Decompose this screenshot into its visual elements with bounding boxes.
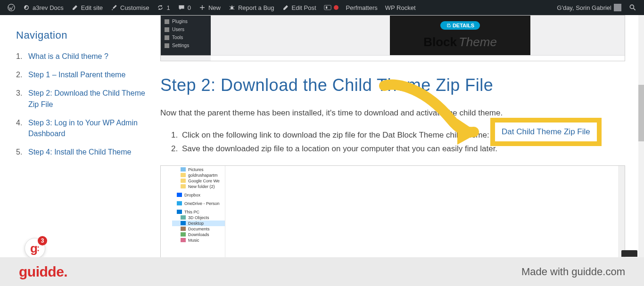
- new[interactable]: New: [195, 0, 224, 15]
- mock-menu-users: Users: [161, 25, 211, 33]
- mus-icon: [181, 238, 186, 242]
- fe-item: New folder (2): [172, 184, 225, 189]
- nav-item: Step 1 – Install Parent theme: [16, 69, 146, 80]
- footer: guidde. Made with guidde.com: [0, 257, 644, 286]
- fe-item: Desktop: [172, 221, 225, 226]
- updates[interactable]: 1: [153, 0, 173, 15]
- pc-icon: [177, 210, 182, 214]
- folder-icon: [181, 173, 186, 177]
- step-heading: Step 2: Download the Child Theme Zip Fil…: [160, 75, 625, 95]
- nav-item: Step 2: Download the Child Theme Zip Fil…: [16, 88, 146, 109]
- wp-rocket[interactable]: WP Rocket: [381, 0, 420, 15]
- wordpress-icon: [8, 4, 15, 11]
- nav-link-2[interactable]: Step 1 – Install Parent theme: [28, 69, 125, 80]
- comment-icon: [178, 4, 185, 11]
- fe-item: This PC: [172, 209, 225, 215]
- tools-icon: [165, 35, 169, 40]
- fe-item-label: 3D Objects: [188, 215, 209, 220]
- site-name[interactable]: a3rev Docs: [19, 0, 67, 15]
- zip-link-highlighted[interactable]: Dat Child Theme Zip File: [502, 127, 590, 136]
- mock-menu-plugins: Plugins: [161, 17, 211, 25]
- obj-icon: [181, 215, 186, 220]
- edit-post[interactable]: Edit Post: [278, 0, 320, 15]
- nav-item: What is a Child theme ?: [16, 51, 146, 62]
- site-name-label: a3rev Docs: [33, 4, 64, 11]
- highlight-box: Dat Child Theme Zip File: [490, 118, 602, 146]
- doc-sidebar: Navigation What is a Child theme ? Step …: [0, 15, 160, 257]
- fe-main-area: [225, 166, 621, 257]
- fe-item: Google Core We: [172, 178, 225, 184]
- edit-icon: [282, 4, 289, 11]
- scroll-to-top[interactable]: [621, 250, 637, 257]
- fe-item-label: This PC: [184, 210, 199, 214]
- fe-item: 3D Objects: [172, 215, 225, 221]
- nav-link-4[interactable]: Step 3: Log in to Your WP Admin Dashboar…: [28, 117, 146, 139]
- plus-icon: [198, 4, 206, 11]
- fe-item-label: New folder (2): [188, 184, 215, 189]
- edit-site-label: Edit site: [81, 4, 103, 11]
- customise[interactable]: Customise: [107, 0, 153, 15]
- pencil-icon: [71, 4, 79, 11]
- dl-icon: [181, 232, 186, 237]
- user-greeting[interactable]: G'day, Sorin Gabriel: [553, 0, 625, 15]
- fe-item-label: Music: [188, 238, 199, 243]
- mock-details-button: DETAILS: [440, 21, 480, 30]
- guidde-widget[interactable]: g: 3: [25, 238, 45, 259]
- mock-wp-sidebar: Plugins Users Tools Settings: [161, 16, 211, 55]
- search-icon: [629, 4, 636, 11]
- record-icon: [334, 5, 339, 10]
- perfmatters[interactable]: Perfmatters: [342, 0, 381, 15]
- fe-item: Dropbox: [172, 192, 225, 198]
- fe-item-label: Downloads: [188, 232, 209, 237]
- nav-link-1[interactable]: What is a Child theme ?: [28, 51, 108, 62]
- updates-count: 1: [166, 4, 170, 11]
- wp-logo[interactable]: [4, 0, 19, 15]
- unknown-toggle[interactable]: [320, 0, 342, 15]
- edit-site[interactable]: Edit site: [67, 0, 107, 15]
- fe-left-gutter: [161, 166, 172, 257]
- edit-post-label: Edit Post: [292, 4, 316, 11]
- folder-icon: [181, 179, 186, 183]
- search[interactable]: [625, 0, 640, 15]
- report-bug[interactable]: Report a Bug: [224, 0, 278, 15]
- fe-item: Documents: [172, 226, 225, 232]
- fe-sidebar: PicturesgoldrushapartmGoogle Core WeNew …: [172, 166, 225, 257]
- screenshot-file-explorer: PicturesgoldrushapartmGoogle Core WeNew …: [160, 165, 625, 257]
- fe-item: Pictures: [172, 167, 225, 172]
- avatar: [614, 4, 621, 11]
- refresh-icon: [157, 4, 164, 11]
- folder-icon: [181, 184, 186, 188]
- fe-item-label: Dropbox: [184, 193, 200, 197]
- mock-scrollbar-2: [161, 55, 211, 61]
- brush-icon: [110, 4, 118, 11]
- nav-link-3[interactable]: Step 2: Download the Child Theme Zip Fil…: [28, 88, 146, 109]
- made-with-text: Made with guidde.com: [521, 266, 625, 278]
- svg-point-3: [630, 5, 634, 8]
- page-body: Navigation What is a Child theme ? Step …: [0, 15, 644, 257]
- plugin-icon: [165, 19, 169, 24]
- screenshot-wp-admin: Plugins Users Tools Settings DETAILS Blo…: [160, 15, 625, 61]
- svg-point-1: [231, 6, 233, 9]
- fe-item-label: Pictures: [188, 167, 204, 172]
- mock-theme-logo: BlockTheme: [423, 35, 497, 49]
- toggle-icon: [324, 4, 331, 11]
- mock-menu-settings: Settings: [161, 41, 211, 49]
- nav-list: What is a Child theme ? Step 1 – Install…: [16, 51, 146, 157]
- nav-item: Step 3: Log in to Your WP Admin Dashboar…: [16, 117, 146, 139]
- mock-theme-card: DETAILS BlockTheme: [390, 16, 530, 55]
- new-label: New: [208, 4, 221, 11]
- users-icon: [165, 27, 169, 32]
- nav-item: Step 4: Install the Child Theme: [16, 147, 146, 157]
- desk-icon: [181, 221, 186, 225]
- fe-item-label: Documents: [188, 227, 210, 231]
- fe-item: goldrushapartm: [172, 172, 225, 178]
- nav-link-5[interactable]: Step 4: Install the Child Theme: [28, 147, 132, 157]
- comments-count: 0: [188, 4, 191, 11]
- pic-icon: [181, 167, 186, 172]
- guidde-logo: guidde.: [19, 264, 67, 280]
- od-icon: [177, 201, 182, 205]
- comments[interactable]: 0: [174, 0, 195, 15]
- bug-icon: [228, 4, 236, 11]
- perfmatters-label: Perfmatters: [346, 4, 378, 11]
- gauge-icon: [23, 4, 30, 11]
